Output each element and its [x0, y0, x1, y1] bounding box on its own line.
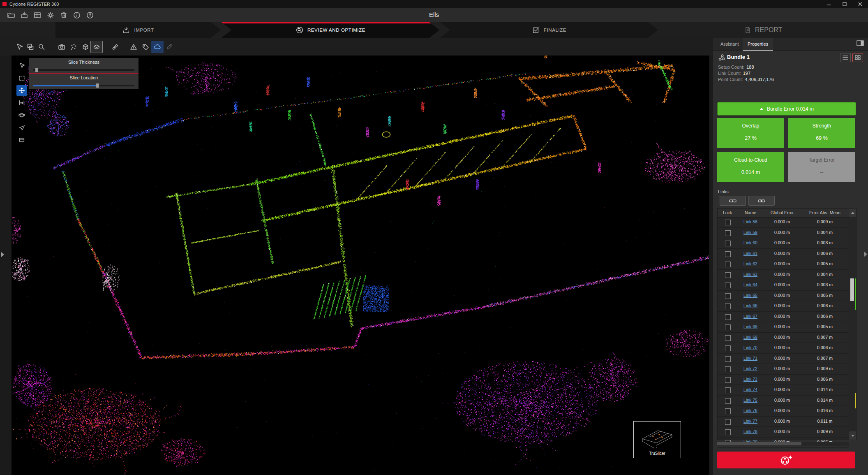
lock-checkbox[interactable] — [725, 419, 731, 425]
workflow-step-report[interactable]: REPORT — [744, 22, 782, 38]
limit-box-tool-button[interactable] — [79, 41, 92, 53]
settings-gear-icon[interactable] — [46, 11, 55, 20]
link-name[interactable]: Link 70 — [737, 345, 764, 350]
list-view-toggle-button[interactable] — [840, 53, 851, 62]
lock-checkbox[interactable] — [725, 304, 731, 309]
table-row[interactable]: Link 75 0.000 m 0.014 m — [718, 396, 849, 406]
info-icon[interactable] — [72, 11, 81, 20]
help-icon[interactable] — [85, 11, 95, 20]
table-row[interactable]: Link 64 0.000 m 0.003 m — [718, 280, 849, 291]
link-name[interactable]: Link 66 — [737, 303, 764, 308]
column-header-name[interactable]: Name — [737, 210, 764, 215]
cloud-links-filter-button[interactable] — [720, 196, 746, 206]
truslicer-tool-button[interactable] — [90, 41, 103, 53]
annotate-tool-button[interactable] — [163, 41, 175, 53]
slice-thickness-slider[interactable] — [33, 69, 134, 71]
delete-trash-icon[interactable] — [59, 11, 68, 20]
column-header-lock[interactable]: Lock — [718, 210, 737, 215]
visual-alignment-tool-button[interactable] — [13, 41, 25, 53]
slice-thickness-handle[interactable] — [35, 68, 38, 72]
table-row[interactable]: Link 65 0.000 m 0.005 m — [718, 291, 849, 301]
link-name[interactable]: Link 77 — [737, 419, 764, 424]
viewport-3d[interactable]: Slice Thickness Slice Location — [0, 56, 713, 475]
minimize-button[interactable] — [821, 0, 837, 8]
column-header-error-abs-mean[interactable]: Error Abs. Mean — [801, 210, 849, 215]
lock-checkbox[interactable] — [725, 314, 731, 320]
link-name[interactable]: Link 58 — [737, 219, 764, 224]
table-row[interactable]: Link 66 0.000 m 0.006 m — [718, 301, 849, 312]
lock-checkbox[interactable] — [725, 241, 731, 246]
link-name[interactable]: Link 64 — [737, 282, 764, 287]
tab-properties[interactable]: Properties — [743, 38, 773, 51]
grid-view-toggle-button[interactable] — [852, 53, 863, 62]
table-row[interactable]: Link 70 0.000 m 0.006 m — [718, 343, 849, 354]
lock-checkbox[interactable] — [725, 366, 731, 372]
fit-to-view-tool-button[interactable] — [16, 97, 27, 108]
lock-checkbox[interactable] — [725, 272, 731, 278]
link-name[interactable]: Link 60 — [737, 240, 764, 245]
link-name[interactable]: Link 63 — [737, 272, 764, 277]
layout-icon[interactable] — [33, 11, 42, 20]
left-panel-expander-icon[interactable] — [1, 252, 4, 257]
table-row[interactable]: Link 77 0.000 m 0.011 m — [718, 417, 849, 427]
workflow-step-finalize[interactable]: FINALIZE — [440, 22, 658, 38]
pick-tool-button[interactable] — [16, 60, 27, 71]
lock-checkbox[interactable] — [725, 429, 731, 435]
scroll-down-button[interactable] — [849, 431, 856, 440]
table-row[interactable]: Link 68 0.000 m 0.005 m — [718, 322, 849, 333]
lock-checkbox[interactable] — [725, 356, 731, 362]
lock-checkbox[interactable] — [725, 324, 731, 330]
target-links-filter-button[interactable] — [748, 196, 775, 206]
link-name[interactable]: Link 61 — [737, 251, 764, 256]
link-name[interactable]: Link 69 — [737, 335, 764, 340]
hscrollbar-thumb[interactable] — [717, 442, 801, 445]
pan-tool-button[interactable] — [16, 85, 27, 96]
right-panel-collapse-icon[interactable] — [864, 252, 867, 257]
lock-checkbox[interactable] — [725, 345, 731, 351]
link-name[interactable]: Link 67 — [737, 314, 764, 319]
link-name[interactable]: Link 59 — [737, 230, 764, 235]
link-name[interactable]: Link 71 — [737, 356, 764, 361]
maximize-button[interactable] — [837, 0, 852, 8]
link-name[interactable]: Link 75 — [737, 398, 764, 403]
marquee-select-tool-button[interactable] — [16, 73, 27, 83]
lock-checkbox[interactable] — [725, 408, 731, 414]
table-row[interactable]: Link 78 0.000 m 0.009 m — [718, 427, 849, 438]
auto-align-button[interactable] — [717, 452, 855, 468]
slice-location-handle[interactable] — [96, 83, 99, 88]
table-row[interactable]: Link 62 0.000 m 0.005 m — [718, 259, 849, 270]
link-name[interactable]: Link 62 — [737, 261, 764, 266]
fly-tool-button[interactable] — [16, 122, 27, 133]
table-row[interactable]: Link 71 0.000 m 0.007 m — [718, 354, 849, 364]
link-name[interactable]: Link 65 — [737, 293, 764, 298]
table-row[interactable]: Link 63 0.000 m 0.004 m — [718, 270, 849, 280]
table-row[interactable]: Link 61 0.000 m 0.006 m — [718, 249, 849, 260]
table-row[interactable]: Link 69 0.000 m 0.007 m — [718, 333, 849, 343]
import-data-icon[interactable] — [20, 11, 29, 20]
lock-checkbox[interactable] — [725, 283, 731, 288]
slice-view-tool-button[interactable] — [16, 134, 27, 145]
table-row[interactable]: Link 74 0.000 m 0.014 m — [718, 385, 849, 396]
lock-checkbox[interactable] — [725, 387, 731, 393]
lock-checkbox[interactable] — [725, 262, 731, 267]
truslicer-panel[interactable]: TruSlicer — [633, 421, 681, 458]
links-table-hscrollbar[interactable] — [717, 442, 849, 446]
link-name[interactable]: Link 74 — [737, 387, 764, 392]
region-select-tool-button[interactable] — [24, 41, 37, 53]
table-row[interactable]: Link 60 0.000 m 0.003 m — [718, 238, 849, 249]
lock-checkbox[interactable] — [725, 251, 731, 257]
link-name[interactable]: Link 73 — [737, 377, 764, 382]
zoom-region-tool-button[interactable] — [35, 41, 48, 53]
camera-view-tool-button[interactable] — [55, 41, 68, 53]
column-header-global-error[interactable]: Global Error — [764, 210, 801, 215]
link-name[interactable]: Link 76 — [737, 408, 764, 413]
link-name[interactable]: Link 72 — [737, 366, 764, 371]
lock-checkbox[interactable] — [725, 293, 731, 299]
tab-assistant[interactable]: Assistant — [716, 38, 744, 50]
measure-tool-button[interactable] — [109, 41, 121, 53]
table-row[interactable]: Link 67 0.000 m 0.006 m — [718, 312, 849, 322]
warning-label-tool-button[interactable] — [127, 41, 140, 53]
close-button[interactable] — [852, 0, 868, 8]
table-row[interactable]: Link 76 0.000 m 0.016 m — [718, 406, 849, 417]
lock-checkbox[interactable] — [725, 230, 731, 236]
